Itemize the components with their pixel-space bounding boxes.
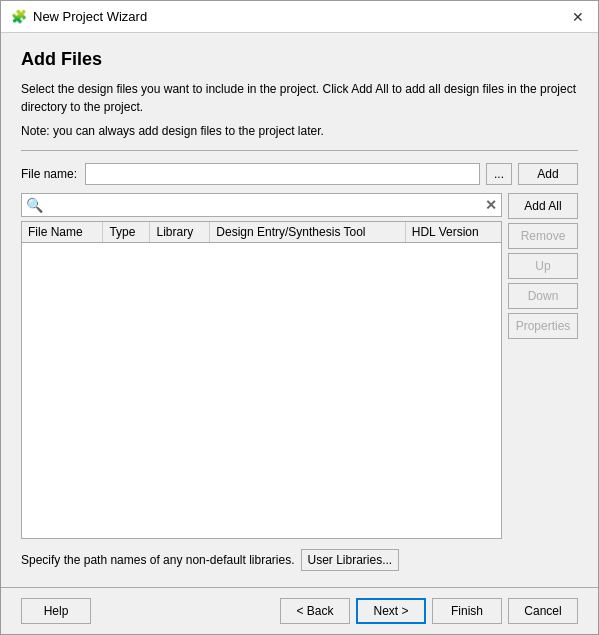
next-button[interactable]: Next > (356, 598, 426, 624)
title-bar-text: New Project Wizard (33, 9, 147, 24)
add-button[interactable]: Add (518, 163, 578, 185)
browse-button[interactable]: ... (486, 163, 512, 185)
down-button[interactable]: Down (508, 283, 578, 309)
clear-icon[interactable]: ✕ (481, 197, 501, 213)
cancel-button[interactable]: Cancel (508, 598, 578, 624)
footer-left: Help (21, 598, 91, 624)
add-all-button[interactable]: Add All (508, 193, 578, 219)
col-type: Type (103, 222, 150, 243)
search-icon: 🔍 (26, 197, 43, 213)
footer-right: < Back Next > Finish Cancel (280, 598, 578, 624)
user-libraries-button[interactable]: User Libraries... (301, 549, 400, 571)
remove-button[interactable]: Remove (508, 223, 578, 249)
file-table: File Name Type Library Design Entry/Synt… (21, 221, 502, 539)
help-button[interactable]: Help (21, 598, 91, 624)
footer: Help < Back Next > Finish Cancel (1, 587, 598, 634)
page-title: Add Files (21, 49, 578, 70)
description-text: Select the design files you want to incl… (21, 80, 578, 116)
search-icon-wrap: 🔍 (22, 197, 47, 213)
file-name-label: File name: (21, 167, 79, 181)
file-name-input[interactable] (85, 163, 480, 185)
main-area: 🔍 ✕ File Name Type Library Design Ent (21, 193, 578, 539)
bottom-note: Specify the path names of any non-defaul… (21, 549, 578, 571)
bottom-note-text: Specify the path names of any non-defaul… (21, 553, 295, 567)
separator (21, 150, 578, 151)
close-button[interactable]: ✕ (568, 7, 588, 27)
back-button[interactable]: < Back (280, 598, 350, 624)
col-design-entry: Design Entry/Synthesis Tool (210, 222, 405, 243)
note-text: Note: you can always add design files to… (21, 124, 578, 138)
table-header-row: File Name Type Library Design Entry/Synt… (22, 222, 501, 243)
search-input[interactable] (47, 198, 481, 212)
col-library: Library (150, 222, 210, 243)
col-filename: File Name (22, 222, 103, 243)
search-row: 🔍 ✕ (21, 193, 502, 217)
file-name-row: File name: ... Add (21, 163, 578, 185)
properties-button[interactable]: Properties (508, 313, 578, 339)
up-button[interactable]: Up (508, 253, 578, 279)
left-panel: 🔍 ✕ File Name Type Library Design Ent (21, 193, 502, 539)
title-bar-left: 🧩 New Project Wizard (11, 9, 147, 25)
files-table: File Name Type Library Design Entry/Synt… (22, 222, 501, 243)
wizard-icon: 🧩 (11, 9, 27, 25)
dialog: 🧩 New Project Wizard ✕ Add Files Select … (0, 0, 599, 635)
right-buttons: Add All Remove Up Down Properties (508, 193, 578, 539)
dialog-body: Add Files Select the design files you wa… (1, 33, 598, 587)
col-hdl-version: HDL Version (405, 222, 501, 243)
finish-button[interactable]: Finish (432, 598, 502, 624)
title-bar: 🧩 New Project Wizard ✕ (1, 1, 598, 33)
